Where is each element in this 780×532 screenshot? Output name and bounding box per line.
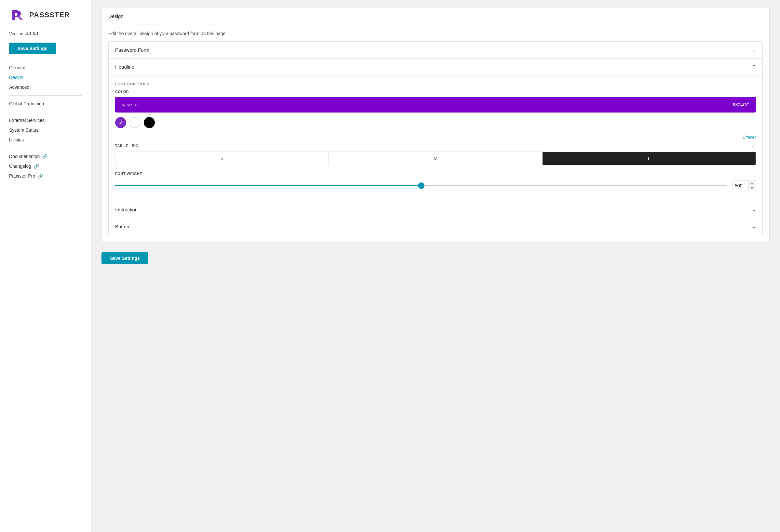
swatch-purple[interactable]	[115, 117, 126, 128]
sidebar-item-global-protection[interactable]: Global Protection	[9, 101, 82, 107]
save-settings-button-bottom[interactable]: Save Settings	[101, 252, 148, 264]
instruction-label: Instruction	[115, 207, 138, 212]
card-description: Edit the overall design of your password…	[108, 31, 763, 36]
logo-text: PASSSTER	[29, 11, 70, 19]
sidebar-item-advanced[interactable]: Advanced	[9, 84, 82, 90]
color-hex: 6804CC	[733, 102, 749, 107]
divider-3	[9, 148, 82, 148]
documentation-link-icon: 🔗	[42, 154, 47, 159]
sidebar-item-design[interactable]: Design	[9, 74, 82, 80]
chevron-down-icon-instruction: ⌄	[752, 207, 756, 213]
filter-icon[interactable]: ⇌	[752, 142, 756, 148]
sidebar-item-system-status[interactable]: System Status	[9, 127, 82, 133]
passster-pro-link-icon: 🔗	[37, 173, 43, 178]
sidebar-item-utilities[interactable]: Utilities	[9, 137, 82, 143]
effacer-container: Effacer	[115, 135, 756, 140]
accordion-header-instruction[interactable]: Instruction ⌄	[109, 201, 763, 218]
passster-logo-icon	[9, 8, 26, 22]
accordion-item-button: Button ⌄	[109, 218, 763, 235]
sidebar-item-changelog[interactable]: Changelog 🔗	[9, 163, 82, 169]
taille-header: TAILLE BIG ⇌	[115, 142, 756, 148]
save-settings-button-sidebar[interactable]: Save Settings	[9, 43, 56, 54]
version-text: Version: 4.1.3.1	[9, 31, 82, 36]
effacer-link[interactable]: Effacer	[743, 135, 756, 140]
card-header: Design	[102, 8, 769, 24]
password-form-label: Password Form	[115, 47, 149, 53]
font-weight-number-box: 500 ▲ ▼	[733, 180, 756, 191]
chevron-down-icon-password-form: ⌄	[752, 47, 756, 53]
main-content: Design Edit the overall design of your p…	[91, 0, 780, 532]
changelog-link-icon: 🔗	[34, 164, 39, 169]
taille-label: TAILLE	[115, 144, 129, 148]
accordion-item-headline: Headline ⌃ FONT CONTROLS COLOR passster …	[109, 58, 763, 201]
font-controls-label: FONT CONTROLS	[115, 82, 756, 86]
font-weight-slider[interactable]	[115, 185, 727, 186]
divider-1	[9, 95, 82, 96]
size-btn-m[interactable]: M	[329, 152, 542, 165]
chevron-down-icon-button: ⌄	[752, 223, 756, 229]
swatch-white[interactable]	[130, 117, 141, 128]
accordion-item-instruction: Instruction ⌄	[109, 201, 763, 218]
swatch-black[interactable]	[144, 117, 155, 128]
font-weight-section: FONT WEIGHT 500 ▲ ▼	[115, 172, 756, 191]
accordion-header-headline[interactable]: Headline ⌃	[109, 58, 763, 75]
slider-container	[115, 182, 727, 189]
spinner-down[interactable]: ▼	[749, 186, 755, 191]
color-name: passster	[121, 102, 139, 107]
sidebar-nav-global: Global Protection	[9, 101, 82, 107]
accordion: Password Form ⌄ Headline ⌃ FONT CONTROLS…	[108, 41, 763, 235]
slider-row: 500 ▲ ▼	[115, 180, 756, 191]
accordion-body-headline: FONT CONTROLS COLOR passster 6804CC	[109, 75, 763, 201]
number-spinners: ▲ ▼	[748, 181, 755, 191]
section-title: Design	[108, 13, 124, 19]
sidebar-item-documentation[interactable]: Documentation 🔗	[9, 154, 82, 159]
size-toggle: S M L	[115, 152, 756, 165]
sidebar-nav: General Design Advanced	[9, 65, 82, 90]
size-btn-l[interactable]: L	[543, 152, 755, 165]
font-weight-number-input[interactable]: 500	[733, 180, 748, 191]
color-display[interactable]: passster 6804CC	[115, 97, 756, 112]
font-weight-label: FONT WEIGHT	[115, 172, 756, 175]
color-label: COLOR	[115, 90, 756, 94]
button-label: Button	[115, 224, 129, 229]
logo-area: PASSSTER	[9, 8, 82, 22]
taille-value: BIG	[132, 144, 138, 148]
size-btn-s[interactable]: S	[115, 152, 329, 165]
accordion-header-button[interactable]: Button ⌄	[109, 218, 763, 235]
headline-label: Headline	[115, 64, 134, 69]
sidebar-item-passster-pro[interactable]: Passster Pro 🔗	[9, 173, 82, 179]
card-body: Edit the overall design of your password…	[102, 24, 769, 242]
divider-2	[9, 112, 82, 112]
sidebar-nav-services: External Services System Status Utilitie…	[9, 117, 82, 143]
sidebar-item-external-services[interactable]: External Services	[9, 117, 82, 123]
sidebar-nav-links: Documentation 🔗 Changelog 🔗 Passster Pro…	[9, 154, 82, 179]
sidebar: PASSSTER Version: 4.1.3.1 Save Settings …	[0, 0, 91, 532]
sidebar-item-general[interactable]: General	[9, 65, 82, 70]
color-swatches	[115, 117, 756, 128]
accordion-header-password-form[interactable]: Password Form ⌄	[109, 42, 763, 58]
accordion-item-password-form: Password Form ⌄	[109, 42, 763, 58]
spinner-up[interactable]: ▲	[749, 181, 755, 186]
design-card: Design Edit the overall design of your p…	[101, 8, 770, 242]
chevron-up-icon-headline: ⌃	[752, 64, 756, 70]
